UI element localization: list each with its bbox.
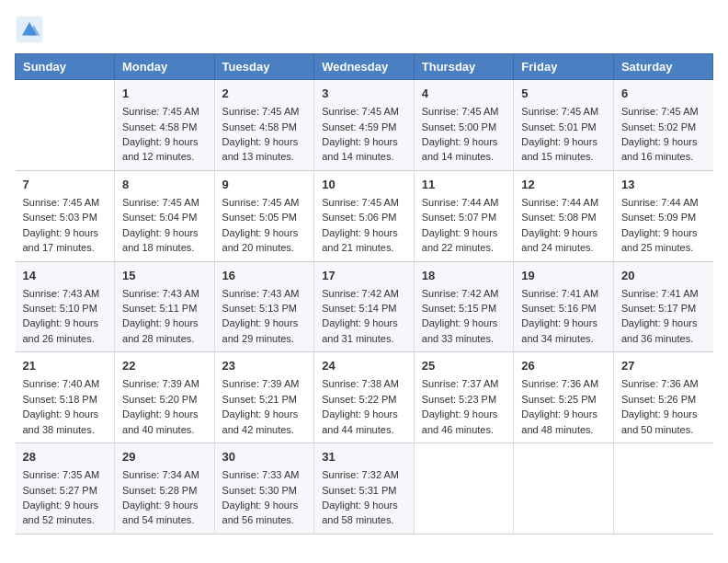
day-number: 26: [521, 358, 606, 374]
logo-icon: [15, 15, 44, 44]
day-number: 24: [322, 358, 406, 374]
day-number: 16: [222, 268, 307, 284]
day-cell: [613, 443, 712, 534]
day-info: Sunrise: 7:34 AM Sunset: 5:28 PM Dayligh…: [122, 469, 199, 525]
header-cell-wednesday: Wednesday: [314, 54, 415, 80]
day-cell: 5Sunrise: 7:45 AM Sunset: 5:01 PM Daylig…: [514, 80, 614, 171]
day-cell: 24Sunrise: 7:38 AM Sunset: 5:22 PM Dayli…: [314, 352, 415, 443]
header-cell-friday: Friday: [514, 54, 614, 80]
day-cell: 4Sunrise: 7:45 AM Sunset: 5:00 PM Daylig…: [414, 80, 514, 171]
day-number: 6: [621, 86, 706, 102]
day-cell: 2Sunrise: 7:45 AM Sunset: 4:58 PM Daylig…: [214, 80, 314, 171]
page-header: [15, 15, 713, 44]
day-cell: 26Sunrise: 7:36 AM Sunset: 5:25 PM Dayli…: [514, 352, 614, 443]
header-cell-monday: Monday: [115, 54, 215, 80]
day-number: 28: [23, 449, 108, 465]
day-number: 31: [322, 449, 406, 465]
day-cell: 12Sunrise: 7:44 AM Sunset: 5:08 PM Dayli…: [514, 170, 614, 261]
day-number: 25: [422, 358, 506, 374]
day-cell: 10Sunrise: 7:45 AM Sunset: 5:06 PM Dayli…: [314, 170, 415, 261]
header-cell-saturday: Saturday: [613, 54, 712, 80]
day-info: Sunrise: 7:45 AM Sunset: 4:58 PM Dayligh…: [222, 106, 300, 162]
day-info: Sunrise: 7:43 AM Sunset: 5:13 PM Dayligh…: [222, 288, 300, 344]
day-info: Sunrise: 7:40 AM Sunset: 5:18 PM Dayligh…: [23, 378, 100, 434]
calendar-body: 1Sunrise: 7:45 AM Sunset: 4:58 PM Daylig…: [16, 80, 713, 534]
day-cell: 17Sunrise: 7:42 AM Sunset: 5:14 PM Dayli…: [314, 261, 415, 352]
day-cell: 8Sunrise: 7:45 AM Sunset: 5:04 PM Daylig…: [115, 170, 215, 261]
day-info: Sunrise: 7:45 AM Sunset: 5:06 PM Dayligh…: [322, 197, 399, 253]
day-number: 13: [621, 177, 706, 193]
day-number: 30: [222, 449, 307, 465]
day-number: 1: [122, 86, 207, 102]
day-cell: 11Sunrise: 7:44 AM Sunset: 5:07 PM Dayli…: [414, 170, 514, 261]
header-cell-sunday: Sunday: [16, 54, 115, 80]
header-cell-thursday: Thursday: [414, 54, 514, 80]
day-info: Sunrise: 7:43 AM Sunset: 5:10 PM Dayligh…: [23, 288, 100, 344]
day-cell: 23Sunrise: 7:39 AM Sunset: 5:21 PM Dayli…: [214, 352, 314, 443]
header-cell-tuesday: Tuesday: [214, 54, 314, 80]
day-cell: 21Sunrise: 7:40 AM Sunset: 5:18 PM Dayli…: [16, 352, 115, 443]
day-cell: 22Sunrise: 7:39 AM Sunset: 5:20 PM Dayli…: [115, 352, 215, 443]
day-number: 4: [422, 86, 506, 102]
day-number: 17: [322, 268, 406, 284]
day-cell: [414, 443, 514, 534]
day-info: Sunrise: 7:36 AM Sunset: 5:25 PM Dayligh…: [521, 378, 598, 434]
day-number: 11: [422, 177, 506, 193]
week-row-2: 7Sunrise: 7:45 AM Sunset: 5:03 PM Daylig…: [16, 170, 713, 261]
day-cell: 31Sunrise: 7:32 AM Sunset: 5:31 PM Dayli…: [314, 443, 415, 534]
day-info: Sunrise: 7:35 AM Sunset: 5:27 PM Dayligh…: [23, 469, 100, 525]
day-info: Sunrise: 7:33 AM Sunset: 5:30 PM Dayligh…: [222, 469, 300, 525]
day-number: 27: [621, 358, 706, 374]
day-info: Sunrise: 7:43 AM Sunset: 5:11 PM Dayligh…: [122, 288, 199, 344]
day-cell: 28Sunrise: 7:35 AM Sunset: 5:27 PM Dayli…: [16, 443, 115, 534]
day-cell: 3Sunrise: 7:45 AM Sunset: 4:59 PM Daylig…: [314, 80, 415, 171]
day-cell: 27Sunrise: 7:36 AM Sunset: 5:26 PM Dayli…: [613, 352, 712, 443]
day-info: Sunrise: 7:41 AM Sunset: 5:16 PM Dayligh…: [521, 288, 598, 344]
day-cell: [514, 443, 614, 534]
day-cell: 15Sunrise: 7:43 AM Sunset: 5:11 PM Dayli…: [115, 261, 215, 352]
day-info: Sunrise: 7:45 AM Sunset: 5:02 PM Dayligh…: [621, 106, 699, 162]
day-info: Sunrise: 7:37 AM Sunset: 5:23 PM Dayligh…: [422, 378, 499, 434]
day-number: 18: [422, 268, 506, 284]
day-info: Sunrise: 7:45 AM Sunset: 5:03 PM Dayligh…: [23, 197, 100, 253]
week-row-5: 28Sunrise: 7:35 AM Sunset: 5:27 PM Dayli…: [16, 443, 713, 534]
day-cell: 20Sunrise: 7:41 AM Sunset: 5:17 PM Dayli…: [613, 261, 712, 352]
day-number: 9: [222, 177, 307, 193]
day-info: Sunrise: 7:36 AM Sunset: 5:26 PM Dayligh…: [621, 378, 699, 434]
day-info: Sunrise: 7:41 AM Sunset: 5:17 PM Dayligh…: [621, 288, 699, 344]
day-info: Sunrise: 7:42 AM Sunset: 5:14 PM Dayligh…: [322, 288, 399, 344]
calendar-header: SundayMondayTuesdayWednesdayThursdayFrid…: [16, 54, 713, 80]
header-row: SundayMondayTuesdayWednesdayThursdayFrid…: [16, 54, 713, 80]
day-cell: 14Sunrise: 7:43 AM Sunset: 5:10 PM Dayli…: [16, 261, 115, 352]
calendar-table: SundayMondayTuesdayWednesdayThursdayFrid…: [15, 53, 713, 534]
week-row-3: 14Sunrise: 7:43 AM Sunset: 5:10 PM Dayli…: [16, 261, 713, 352]
day-number: 29: [122, 449, 207, 465]
day-cell: 9Sunrise: 7:45 AM Sunset: 5:05 PM Daylig…: [214, 170, 314, 261]
day-info: Sunrise: 7:32 AM Sunset: 5:31 PM Dayligh…: [322, 469, 399, 525]
day-number: 12: [521, 177, 606, 193]
day-info: Sunrise: 7:45 AM Sunset: 4:58 PM Dayligh…: [122, 106, 199, 162]
logo: [15, 15, 48, 44]
day-cell: 16Sunrise: 7:43 AM Sunset: 5:13 PM Dayli…: [214, 261, 314, 352]
day-number: 8: [122, 177, 207, 193]
day-number: 21: [23, 358, 108, 374]
day-number: 7: [23, 177, 108, 193]
day-number: 5: [521, 86, 606, 102]
day-cell: 25Sunrise: 7:37 AM Sunset: 5:23 PM Dayli…: [414, 352, 514, 443]
day-cell: 1Sunrise: 7:45 AM Sunset: 4:58 PM Daylig…: [115, 80, 215, 171]
day-number: 2: [222, 86, 307, 102]
day-cell: 13Sunrise: 7:44 AM Sunset: 5:09 PM Dayli…: [613, 170, 712, 261]
day-info: Sunrise: 7:45 AM Sunset: 5:00 PM Dayligh…: [422, 106, 499, 162]
day-info: Sunrise: 7:45 AM Sunset: 5:04 PM Dayligh…: [122, 197, 199, 253]
day-info: Sunrise: 7:45 AM Sunset: 5:01 PM Dayligh…: [521, 106, 598, 162]
day-info: Sunrise: 7:42 AM Sunset: 5:15 PM Dayligh…: [422, 288, 499, 344]
day-info: Sunrise: 7:44 AM Sunset: 5:07 PM Dayligh…: [422, 197, 499, 253]
week-row-4: 21Sunrise: 7:40 AM Sunset: 5:18 PM Dayli…: [16, 352, 713, 443]
day-number: 20: [621, 268, 706, 284]
day-cell: 19Sunrise: 7:41 AM Sunset: 5:16 PM Dayli…: [514, 261, 614, 352]
day-cell: 6Sunrise: 7:45 AM Sunset: 5:02 PM Daylig…: [613, 80, 712, 171]
day-number: 19: [521, 268, 606, 284]
day-info: Sunrise: 7:39 AM Sunset: 5:21 PM Dayligh…: [222, 378, 300, 434]
day-info: Sunrise: 7:38 AM Sunset: 5:22 PM Dayligh…: [322, 378, 399, 434]
day-number: 3: [322, 86, 406, 102]
